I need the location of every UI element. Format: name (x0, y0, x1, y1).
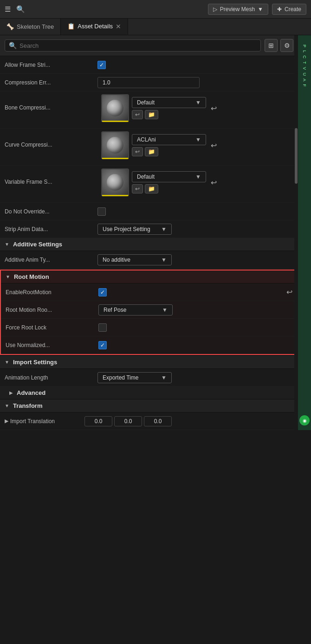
compression-error-input[interactable]: 1.0 (97, 77, 200, 88)
advanced-arrow: ▶ (9, 390, 13, 395)
bone-compression-row: Bone Compressi... Default ▼ ↩ 📁 ↩ (0, 91, 298, 129)
curve-compression-thumb (101, 131, 129, 159)
import-translation-x-input[interactable]: 0.0 (84, 416, 112, 426)
allow-frame-stripping-value: ✓ (97, 61, 293, 69)
transform-section-header[interactable]: ▼ Transform (0, 399, 298, 412)
curve-compression-actions: ↩ 📁 (132, 147, 206, 156)
compression-error-row: Compression Err... 1.0 (0, 74, 298, 91)
root-motion-root-arrow: ▼ (162, 307, 168, 313)
bone-compression-dropdown[interactable]: Default ▼ (132, 97, 206, 108)
top-bar: ☰ 🔍 ▷ Preview Mesh ▼ ✚ Create (0, 0, 311, 19)
curve-compression-controls: ACLAni ▼ ↩ 📁 (132, 134, 206, 156)
import-translation-y-input[interactable]: 0.0 (114, 416, 142, 426)
bone-compression-folder-btn[interactable]: 📁 (145, 110, 158, 119)
search-bar: 🔍 ⊞ ⚙ (0, 35, 298, 56)
allow-frame-stripping-checkbox[interactable]: ✓ (97, 61, 106, 69)
animation-length-dropdown[interactable]: Exported Time ▼ (97, 372, 172, 383)
main-content: 🔍 ⊞ ⚙ Allow Frame Stri... ✓ Compression … (0, 35, 298, 430)
root-motion-body: EnableRootMotion ✓ ↩ Root Motion Roo... … (1, 283, 297, 354)
do-not-override-checkbox[interactable] (97, 207, 106, 216)
import-translation-label: Import Translation (10, 418, 84, 425)
enable-root-motion-label: EnableRootMotion (6, 289, 98, 296)
root-motion-title: Root Motion (14, 273, 49, 280)
use-normalized-checkbox[interactable]: ✓ (98, 341, 107, 349)
do-not-override-value (97, 207, 293, 216)
additive-anim-type-row: Additive Anim Ty... No additive ▼ (0, 251, 298, 269)
curve-compression-label: Curve Compressi... (5, 131, 97, 148)
preview-mesh-button[interactable]: ▷ Preview Mesh ▼ (208, 4, 268, 15)
strip-anim-data-label: Strip Anim Data... (5, 226, 97, 232)
menu-icon[interactable]: ☰ (5, 5, 11, 13)
columns-button[interactable]: ⊞ (265, 39, 278, 52)
import-translation-row: ▶ Import Translation 0.0 0.0 0.0 (0, 412, 298, 430)
tab-skeleton-tree[interactable]: 🦴 Skeleton Tree (0, 19, 61, 35)
import-settings-arrow: ▼ (5, 360, 9, 365)
enable-root-motion-checkbox[interactable]: ✓ (98, 288, 107, 296)
bone-compression-label: Bone Compressi... (5, 94, 97, 111)
variable-frame-dropdown[interactable]: Default ▼ (132, 171, 206, 182)
curve-compression-back-btn[interactable]: ↩ (132, 147, 143, 156)
curve-compression-dropdown[interactable]: ACLAni ▼ (132, 134, 206, 145)
search-actions: ⊞ ⚙ (265, 39, 293, 52)
animation-length-row: Animation Length Exported Time ▼ (0, 369, 298, 386)
animation-length-arrow: ▼ (161, 374, 167, 381)
variable-frame-inner: Default ▼ ↩ 📁 ↩ (101, 168, 219, 196)
skeleton-tree-label: Skeleton Tree (17, 23, 54, 30)
import-translation-expand-icon[interactable]: ▶ (5, 418, 8, 424)
top-bar-icons: ☰ 🔍 (5, 5, 25, 13)
bone-compression-value-col: Default ▼ ↩ 📁 ↩ (101, 94, 219, 122)
compression-error-value: 1.0 (97, 77, 293, 88)
create-icon: ✚ (277, 6, 282, 13)
scrollbar-track[interactable] (294, 35, 298, 430)
variable-frame-dropdown-arrow: ▼ (195, 174, 201, 180)
search-input[interactable] (19, 42, 257, 49)
enable-root-motion-reset-icon[interactable]: ↩ (286, 288, 292, 296)
tab-close-icon[interactable]: ✕ (116, 23, 121, 30)
root-motion-section: ▼ Root Motion EnableRootMotion ✓ ↩ Root … (0, 270, 298, 355)
variable-frame-folder-btn[interactable]: 📁 (145, 184, 158, 193)
settings-button[interactable]: ⚙ (280, 39, 293, 52)
use-normalized-row: Use Normalized... ✓ (1, 336, 297, 354)
import-settings-section-header[interactable]: ▼ Import Settings (0, 356, 298, 369)
do-not-override-label: Do Not Override... (5, 208, 97, 215)
strip-anim-data-dropdown[interactable]: Use Project Setting ▼ (97, 224, 172, 235)
import-settings-body: Animation Length Exported Time ▼ ▶ Advan… (0, 369, 298, 399)
variable-frame-reset-btn[interactable]: ↩ (209, 178, 219, 187)
panel-container: P L C T V U A F ◉ 🔍 ⊞ ⚙ Allow Frame Stri… (0, 35, 311, 430)
search-icon-top[interactable]: 🔍 (16, 5, 25, 13)
force-root-lock-value (98, 323, 292, 332)
strip-anim-data-value: Use Project Setting ▼ (97, 224, 293, 235)
curve-compression-folder-btn[interactable]: 📁 (145, 147, 158, 156)
create-button[interactable]: ✚ Create (272, 4, 306, 15)
asset-details-icon: 📋 (67, 23, 75, 30)
variable-frame-thumb (101, 168, 129, 196)
skeleton-tree-icon: 🦴 (6, 23, 14, 30)
accent-circle-icon[interactable]: ◉ (299, 415, 310, 425)
do-not-override-row: Do Not Override... (0, 203, 298, 220)
asset-details-label: Asset Details (78, 23, 113, 30)
root-motion-section-header[interactable]: ▼ Root Motion (1, 270, 297, 283)
bone-compression-thumb (101, 94, 129, 122)
use-normalized-label: Use Normalized... (6, 342, 98, 348)
tab-asset-details[interactable]: 📋 Asset Details ✕ (61, 19, 128, 35)
curve-compression-row: Curve Compressi... ACLAni ▼ ↩ 📁 ↩ (0, 129, 298, 166)
scrollbar-thumb[interactable] (295, 128, 298, 184)
force-root-lock-checkbox[interactable] (98, 323, 107, 332)
variable-frame-controls: Default ▼ ↩ 📁 (132, 171, 206, 193)
advanced-section-header[interactable]: ▶ Advanced (0, 386, 298, 399)
top-bar-right: ▷ Preview Mesh ▼ ✚ Create (208, 4, 306, 15)
additive-anim-type-arrow: ▼ (161, 257, 167, 263)
bone-compression-reset-btn[interactable]: ↩ (209, 104, 219, 113)
bone-compression-inner: Default ▼ ↩ 📁 ↩ (101, 94, 219, 122)
curve-compression-reset-btn[interactable]: ↩ (209, 141, 219, 150)
additive-anim-type-dropdown[interactable]: No additive ▼ (97, 254, 172, 265)
import-translation-z-input[interactable]: 0.0 (144, 416, 172, 426)
additive-settings-section-header[interactable]: ▼ Additive Settings (0, 238, 298, 251)
variable-frame-label: Variable Frame S... (5, 168, 97, 185)
variable-frame-back-btn[interactable]: ↩ (132, 184, 143, 193)
compression-error-label: Compression Err... (5, 79, 97, 86)
bone-compression-back-btn[interactable]: ↩ (132, 110, 143, 119)
bone-compression-dropdown-arrow: ▼ (195, 99, 201, 106)
strip-anim-data-row: Strip Anim Data... Use Project Setting ▼ (0, 220, 298, 238)
root-motion-root-dropdown[interactable]: Ref Pose ▼ (98, 304, 173, 316)
